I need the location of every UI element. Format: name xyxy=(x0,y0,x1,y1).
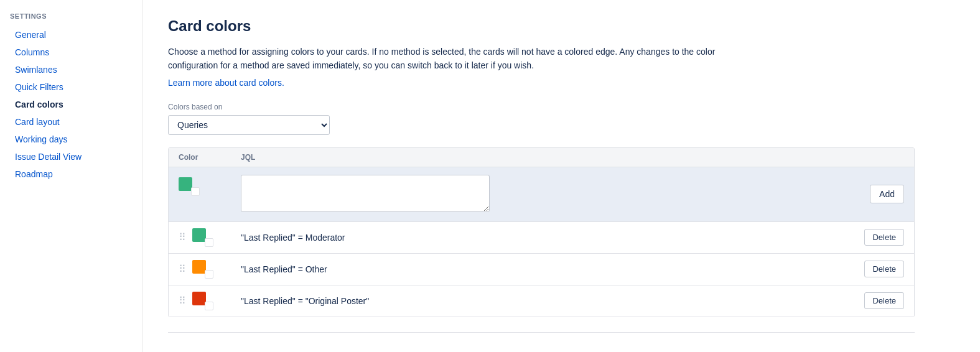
sidebar-item-working-days[interactable]: Working days xyxy=(10,131,133,148)
description-text: Choose a method for assigning colors to … xyxy=(168,45,728,73)
row-2-color-swatch[interactable] xyxy=(192,260,213,279)
row-1-color-cell: ⠿ xyxy=(179,228,241,247)
sidebar-item-quick-filters[interactable]: Quick Filters xyxy=(10,78,133,96)
drag-handle-icon[interactable]: ⠿ xyxy=(179,295,186,307)
color-rules-table: Color JQL Add ⠿ xyxy=(168,147,915,317)
sidebar-item-issue-detail-view[interactable]: Issue Detail View xyxy=(10,148,133,165)
input-color-cell xyxy=(179,175,241,196)
drag-handle-icon[interactable]: ⠿ xyxy=(179,231,186,243)
table-header: Color JQL xyxy=(169,148,914,167)
add-button[interactable]: Add xyxy=(870,185,904,203)
row-2-jql-value: "Last Replied" = Other xyxy=(241,264,854,274)
jql-input-cell xyxy=(241,175,870,214)
sidebar-item-columns[interactable]: Columns xyxy=(10,44,133,61)
swatch-corner xyxy=(205,302,213,310)
colors-based-on-label: Colors based on xyxy=(168,103,955,111)
color-input-row: Add xyxy=(169,167,914,222)
swatch-main-red xyxy=(192,292,206,305)
table-header-jql: JQL xyxy=(241,153,904,162)
swatch-main-green xyxy=(179,177,192,191)
swatch-corner xyxy=(205,238,213,247)
sidebar: SETTINGS General Columns Swimlanes Quick… xyxy=(0,0,143,352)
colors-based-on-dropdown[interactable]: None Queries Assignees Issue Types Prior… xyxy=(168,115,330,135)
input-color-swatch[interactable] xyxy=(179,177,200,196)
swatch-main-orange xyxy=(192,260,206,274)
drag-handle-icon[interactable]: ⠿ xyxy=(179,263,186,275)
sidebar-item-roadmap[interactable]: Roadmap xyxy=(10,165,133,183)
page-title: Card colors xyxy=(168,17,955,35)
row-3-color-cell: ⠿ xyxy=(179,292,241,310)
table-row: ⠿ "Last Replied" = Moderator Delete xyxy=(169,222,914,254)
table-row: ⠿ "Last Replied" = "Original Poster" Del… xyxy=(169,285,914,317)
row-2-delete-button[interactable]: Delete xyxy=(864,261,904,277)
row-3-color-swatch[interactable] xyxy=(192,292,213,310)
row-2-color-cell: ⠿ xyxy=(179,260,241,279)
bottom-divider xyxy=(168,332,915,333)
table-header-color: Color xyxy=(179,153,241,162)
jql-textarea[interactable] xyxy=(241,175,490,212)
row-3-jql-value: "Last Replied" = "Original Poster" xyxy=(241,296,854,306)
main-content: Card colors Choose a method for assignin… xyxy=(143,0,980,352)
sidebar-item-swimlanes[interactable]: Swimlanes xyxy=(10,61,133,78)
row-1-color-swatch[interactable] xyxy=(192,228,213,247)
sidebar-heading: SETTINGS xyxy=(10,12,133,20)
swatch-corner xyxy=(191,187,200,196)
sidebar-item-card-layout[interactable]: Card layout xyxy=(10,113,133,131)
swatch-corner xyxy=(205,270,213,279)
table-row: ⠿ "Last Replied" = Other Delete xyxy=(169,254,914,285)
row-1-delete-button[interactable]: Delete xyxy=(864,229,904,246)
row-1-jql-value: "Last Replied" = Moderator xyxy=(241,233,854,243)
sidebar-item-general[interactable]: General xyxy=(10,26,133,44)
swatch-main-green xyxy=(192,228,206,242)
learn-more-link[interactable]: Learn more about card colors. xyxy=(168,78,284,88)
row-3-delete-button[interactable]: Delete xyxy=(864,292,904,309)
sidebar-item-card-colors[interactable]: Card colors xyxy=(10,96,133,113)
